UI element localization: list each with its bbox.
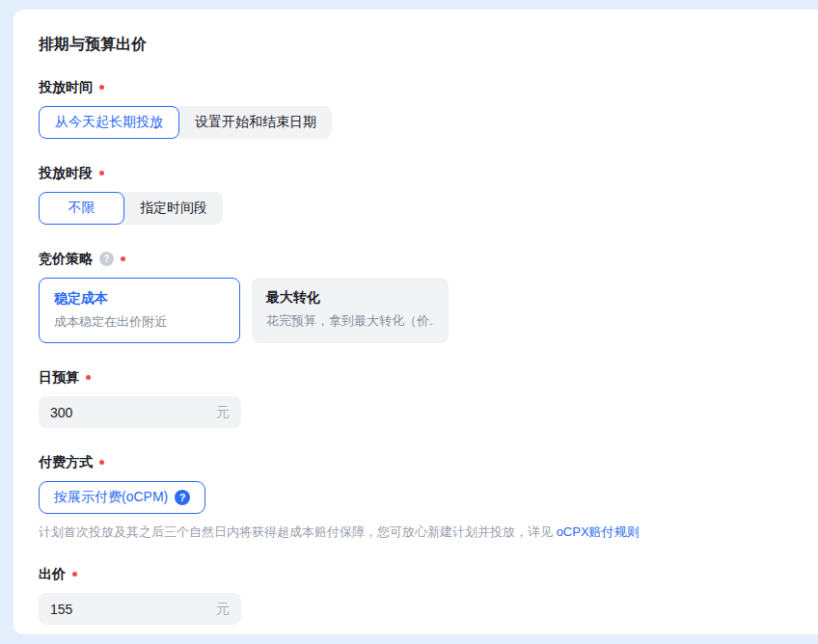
payment-method-label: 付费方式 xyxy=(39,455,93,470)
time-slot-segmented: 不限 指定时间段 xyxy=(39,192,223,225)
bid-field: 出价 元 xyxy=(39,567,791,625)
ocpx-rules-link[interactable]: oCPX赔付规则 xyxy=(557,524,640,539)
delivery-time-segmented: 从今天起长期投放 设置开始和结束日期 xyxy=(39,106,332,139)
required-dot xyxy=(86,375,91,380)
bid-input[interactable] xyxy=(50,602,208,617)
bid-input-box: 元 xyxy=(39,593,241,625)
daily-budget-unit: 元 xyxy=(208,404,230,421)
delivery-time-field: 投放时间 从今天起长期投放 设置开始和结束日期 xyxy=(39,80,791,139)
time-slot-option-specified[interactable]: 指定时间段 xyxy=(124,192,223,225)
ocpm-help-question-icon[interactable]: ? xyxy=(175,490,190,505)
payment-method-label-row: 付费方式 xyxy=(39,455,791,470)
required-dot xyxy=(72,572,77,577)
daily-budget-label: 日预算 xyxy=(39,370,79,385)
required-dot xyxy=(99,171,104,175)
ocpm-payment-button-label: 按展示付费(oCPM) xyxy=(54,489,168,506)
required-dot xyxy=(121,256,125,261)
time-slot-label: 投放时段 xyxy=(39,166,93,180)
strategy-card-desc: 花完预算，拿到最大转化（价... xyxy=(266,312,434,330)
panel-title: 排期与预算出价 xyxy=(39,36,791,53)
ocpm-payment-button[interactable]: 按展示付费(oCPM) ? xyxy=(39,481,205,514)
delivery-time-option-long-term[interactable]: 从今天起长期投放 xyxy=(39,106,179,139)
bidding-strategy-cards: 稳定成本 成本稳定在出价附近 最大转化 花完预算，拿到最大转化（价... xyxy=(39,278,791,343)
strategy-card-max-conversion[interactable]: 最大转化 花完预算，拿到最大转化（价... xyxy=(252,278,449,343)
time-slot-label-row: 投放时段 xyxy=(39,166,791,180)
bid-label: 出价 xyxy=(39,567,66,581)
bid-label-row: 出价 xyxy=(39,567,791,581)
delivery-time-label: 投放时间 xyxy=(39,80,93,94)
daily-budget-input-box: 元 xyxy=(39,396,241,428)
daily-budget-label-row: 日预算 xyxy=(39,370,791,385)
time-slot-option-unlimited[interactable]: 不限 xyxy=(39,192,124,225)
required-dot xyxy=(99,85,104,90)
bid-unit: 元 xyxy=(208,601,230,618)
payment-method-field: 付费方式 按展示付费(oCPM) ? 计划首次投放及其之后三个自然日内将获得超成… xyxy=(39,455,791,540)
delivery-time-label-row: 投放时间 xyxy=(39,80,791,94)
strategy-card-title: 稳定成本 xyxy=(54,290,225,306)
compensation-note-text: 计划首次投放及其之后三个自然日内将获得超成本赔付保障，您可放心新建计划并投放，详… xyxy=(39,524,557,539)
daily-budget-field: 日预算 元 xyxy=(39,370,791,428)
compensation-note: 计划首次投放及其之后三个自然日内将获得超成本赔付保障，您可放心新建计划并投放，详… xyxy=(39,524,791,540)
strategy-card-stable-cost[interactable]: 稳定成本 成本稳定在出价附近 xyxy=(39,278,240,343)
bidding-strategy-label: 竞价策略 xyxy=(39,252,93,266)
required-dot xyxy=(99,460,104,465)
daily-budget-input[interactable] xyxy=(50,405,208,420)
strategy-card-title: 最大转化 xyxy=(266,289,434,305)
delivery-time-option-set-dates[interactable]: 设置开始和结束日期 xyxy=(179,106,332,139)
bidding-strategy-field: 竞价策略 ? 稳定成本 成本稳定在出价附近 最大转化 花完预算，拿到最大转化（价… xyxy=(39,252,791,343)
help-question-icon[interactable]: ? xyxy=(99,252,114,266)
schedule-budget-panel: 排期与预算出价 投放时间 从今天起长期投放 设置开始和结束日期 投放时段 不限 … xyxy=(14,10,818,634)
time-slot-field: 投放时段 不限 指定时间段 xyxy=(39,166,791,225)
strategy-card-desc: 成本稳定在出价附近 xyxy=(54,313,225,331)
bidding-strategy-label-row: 竞价策略 ? xyxy=(39,252,791,266)
